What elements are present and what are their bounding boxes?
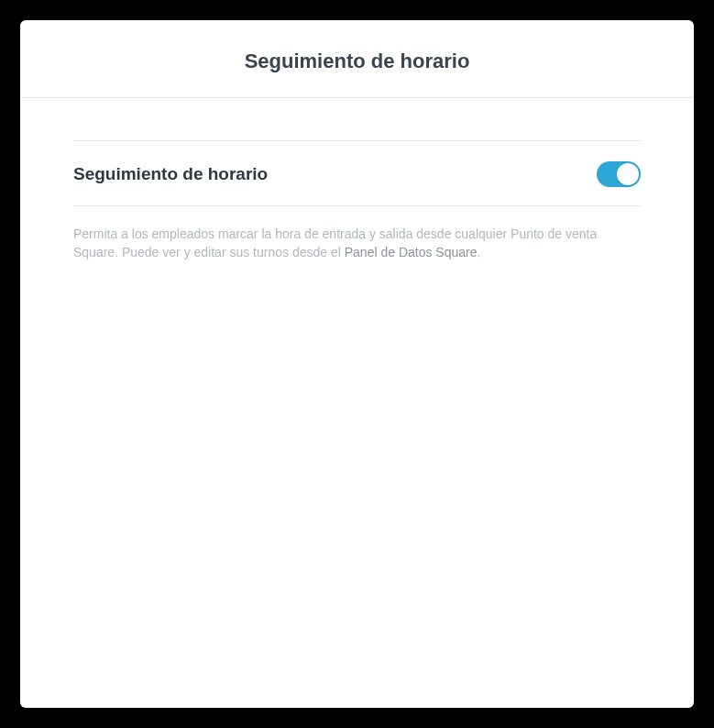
card-header: Seguimiento de horario xyxy=(20,20,694,98)
settings-card: Seguimiento de horario Seguimiento de ho… xyxy=(20,20,694,708)
dashboard-link[interactable]: Panel de Datos Square xyxy=(345,245,478,259)
timecard-tracking-label: Seguimiento de horario xyxy=(73,164,268,184)
timecard-tracking-toggle[interactable] xyxy=(597,161,641,187)
page-title: Seguimiento de horario xyxy=(38,50,676,73)
toggle-knob xyxy=(617,163,639,185)
timecard-tracking-description: Permita a los empleados marcar la hora d… xyxy=(73,206,641,262)
content-area: Seguimiento de horario Permita a los emp… xyxy=(20,98,694,262)
description-text-before: Permita a los empleados marcar la hora d… xyxy=(73,226,597,259)
description-text-after: . xyxy=(478,245,481,259)
timecard-tracking-row: Seguimiento de horario xyxy=(73,140,641,206)
